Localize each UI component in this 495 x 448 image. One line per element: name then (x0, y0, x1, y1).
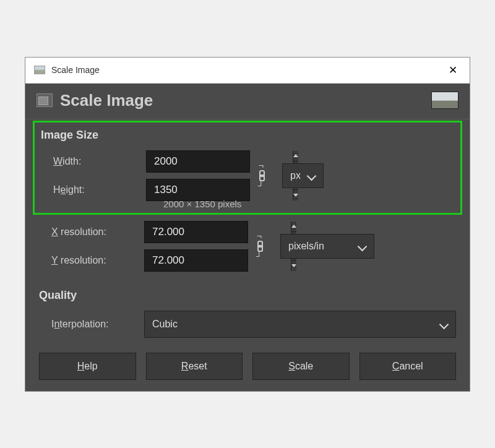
bracket-bottom: ┘ (256, 253, 264, 259)
dialog-title: Scale Image (60, 91, 153, 110)
height-label: Height: (41, 179, 146, 201)
titlebar: Scale Image ✕ (25, 58, 470, 84)
bracket-top: ¬ (259, 163, 265, 169)
reset-button[interactable]: Reset (146, 353, 243, 380)
size-unit-value: px (290, 170, 301, 181)
cancel-button[interactable]: Cancel (359, 353, 457, 380)
bracket-bottom: ┘ (258, 183, 265, 189)
width-label: Width: (41, 150, 146, 173)
scale-button[interactable]: Scale (252, 353, 350, 380)
size-unit-dropdown[interactable]: px (282, 163, 324, 188)
image-size-highlight: Image Size Width: Height: (33, 121, 462, 215)
help-button[interactable]: Help (39, 353, 136, 380)
button-bar: Help Reset Scale Cancel (39, 353, 456, 380)
x-resolution-label: X resolution: (39, 221, 144, 243)
y-resolution-input[interactable] (144, 249, 248, 272)
height-input[interactable] (146, 179, 250, 201)
interpolation-label: Interpolation: (39, 319, 144, 330)
titlebar-icon (34, 66, 45, 74)
bracket-top: ¬ (257, 233, 263, 239)
width-input[interactable] (146, 150, 250, 173)
chevron-down-icon (359, 243, 366, 250)
scale-image-dialog: Scale Image ✕ Scale Image Image Size Wid… (25, 57, 470, 392)
chevron-down-icon (441, 321, 448, 328)
resolution-unit-dropdown[interactable]: pixels/in (280, 234, 374, 259)
dialog-content: Scale Image Image Size Width: Height: (25, 84, 470, 391)
image-size-label: Image Size (41, 129, 454, 142)
y-resolution-label: Y resolution: (39, 249, 144, 272)
image-thumbnail (431, 92, 458, 109)
interpolation-value: Cubic (152, 319, 178, 330)
chevron-down-icon (308, 172, 316, 179)
scale-image-header-icon (37, 93, 53, 107)
x-resolution-input[interactable] (144, 221, 248, 243)
interpolation-dropdown[interactable]: Cubic (144, 311, 456, 338)
dialog-header: Scale Image (25, 84, 470, 119)
quality-label: Quality (39, 289, 456, 302)
close-icon[interactable]: ✕ (439, 57, 467, 83)
titlebar-title: Scale Image (51, 65, 100, 75)
resolution-unit-value: pixels/in (288, 241, 324, 252)
